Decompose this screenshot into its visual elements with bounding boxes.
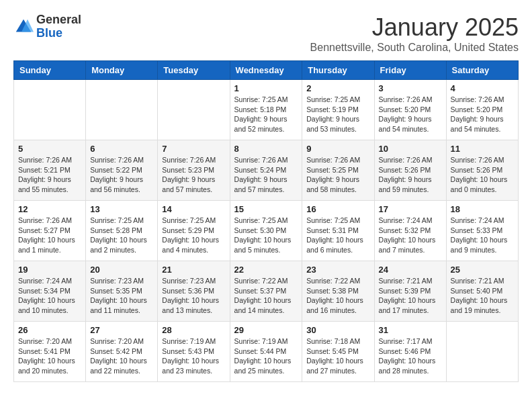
- calendar-cell: 17Sunrise: 7:24 AM Sunset: 5:32 PM Dayli…: [374, 201, 446, 261]
- calendar-cell: 15Sunrise: 7:25 AM Sunset: 5:30 PM Dayli…: [230, 201, 302, 261]
- logo-text: General Blue: [36, 13, 81, 40]
- logo-icon: [13, 17, 34, 37]
- day-info: Sunrise: 7:24 AM Sunset: 5:34 PM Dayligh…: [18, 276, 81, 316]
- calendar-cell: 8Sunrise: 7:26 AM Sunset: 5:24 PM Daylig…: [230, 140, 302, 201]
- calendar-cell: 29Sunrise: 7:19 AM Sunset: 5:44 PM Dayli…: [230, 322, 302, 382]
- day-info: Sunrise: 7:25 AM Sunset: 5:30 PM Dayligh…: [234, 216, 298, 255]
- logo: General Blue: [13, 13, 81, 40]
- calendar-cell: 5Sunrise: 7:26 AM Sunset: 5:21 PM Daylig…: [14, 140, 86, 201]
- day-info: Sunrise: 7:26 AM Sunset: 5:22 PM Dayligh…: [90, 155, 153, 195]
- day-info: Sunrise: 7:25 AM Sunset: 5:19 PM Dayligh…: [306, 95, 369, 134]
- day-number: 16: [306, 204, 369, 214]
- calendar-cell: 9Sunrise: 7:26 AM Sunset: 5:25 PM Daylig…: [302, 140, 374, 201]
- title-block: January 2025 Bennettsville, South Caroli…: [310, 13, 519, 54]
- day-number: 15: [234, 204, 298, 214]
- calendar-cell: 31Sunrise: 7:17 AM Sunset: 5:46 PM Dayli…: [374, 322, 446, 382]
- day-of-week-header: Saturday: [446, 61, 518, 80]
- calendar-cell: [86, 80, 158, 140]
- day-number: 1: [234, 83, 298, 93]
- calendar-cell: 21Sunrise: 7:23 AM Sunset: 5:36 PM Dayli…: [158, 261, 230, 322]
- calendar-cell: 18Sunrise: 7:24 AM Sunset: 5:33 PM Dayli…: [446, 201, 518, 261]
- month-title: January 2025: [310, 13, 519, 42]
- calendar-cell: 2Sunrise: 7:25 AM Sunset: 5:19 PM Daylig…: [302, 80, 374, 140]
- day-info: Sunrise: 7:26 AM Sunset: 5:24 PM Dayligh…: [234, 155, 298, 195]
- day-number: 30: [306, 325, 369, 335]
- calendar-table: SundayMondayTuesdayWednesdayThursdayFrid…: [13, 60, 519, 382]
- calendar-cell: 12Sunrise: 7:26 AM Sunset: 5:27 PM Dayli…: [14, 201, 86, 261]
- day-number: 5: [18, 144, 81, 154]
- day-number: 29: [234, 325, 298, 335]
- day-number: 26: [18, 325, 81, 335]
- calendar-cell: 28Sunrise: 7:19 AM Sunset: 5:43 PM Dayli…: [158, 322, 230, 382]
- logo-blue: Blue: [36, 27, 81, 40]
- calendar-cell: [14, 80, 86, 140]
- day-number: 13: [90, 204, 153, 214]
- calendar-week-row: 26Sunrise: 7:20 AM Sunset: 5:41 PM Dayli…: [14, 322, 519, 382]
- day-number: 23: [306, 265, 369, 275]
- logo-general: General: [36, 13, 81, 27]
- calendar-cell: 14Sunrise: 7:25 AM Sunset: 5:29 PM Dayli…: [158, 201, 230, 261]
- calendar-cell: 11Sunrise: 7:26 AM Sunset: 5:26 PM Dayli…: [446, 140, 518, 201]
- day-info: Sunrise: 7:19 AM Sunset: 5:43 PM Dayligh…: [162, 336, 225, 376]
- day-number: 27: [90, 325, 153, 335]
- day-info: Sunrise: 7:25 AM Sunset: 5:28 PM Dayligh…: [90, 216, 153, 255]
- day-info: Sunrise: 7:26 AM Sunset: 5:23 PM Dayligh…: [162, 155, 225, 195]
- day-number: 22: [234, 265, 298, 275]
- calendar-cell: 16Sunrise: 7:25 AM Sunset: 5:31 PM Dayli…: [302, 201, 374, 261]
- calendar-cell: 27Sunrise: 7:20 AM Sunset: 5:42 PM Dayli…: [86, 322, 158, 382]
- calendar-cell: 13Sunrise: 7:25 AM Sunset: 5:28 PM Dayli…: [86, 201, 158, 261]
- day-of-week-header: Thursday: [302, 61, 374, 80]
- day-info: Sunrise: 7:21 AM Sunset: 5:40 PM Dayligh…: [451, 276, 514, 316]
- day-info: Sunrise: 7:20 AM Sunset: 5:42 PM Dayligh…: [90, 336, 153, 376]
- day-number: 21: [162, 265, 225, 275]
- day-number: 25: [451, 265, 514, 275]
- day-info: Sunrise: 7:25 AM Sunset: 5:31 PM Dayligh…: [306, 216, 369, 255]
- calendar-week-row: 5Sunrise: 7:26 AM Sunset: 5:21 PM Daylig…: [14, 140, 519, 201]
- day-info: Sunrise: 7:18 AM Sunset: 5:45 PM Dayligh…: [306, 336, 369, 376]
- day-number: 20: [90, 265, 153, 275]
- day-info: Sunrise: 7:25 AM Sunset: 5:18 PM Dayligh…: [234, 95, 298, 134]
- day-info: Sunrise: 7:23 AM Sunset: 5:35 PM Dayligh…: [90, 276, 153, 316]
- calendar-cell: 7Sunrise: 7:26 AM Sunset: 5:23 PM Daylig…: [158, 140, 230, 201]
- day-number: 7: [162, 144, 225, 154]
- calendar-cell: 19Sunrise: 7:24 AM Sunset: 5:34 PM Dayli…: [14, 261, 86, 322]
- day-info: Sunrise: 7:26 AM Sunset: 5:25 PM Dayligh…: [306, 155, 369, 195]
- day-info: Sunrise: 7:26 AM Sunset: 5:20 PM Dayligh…: [451, 95, 514, 134]
- calendar-cell: 23Sunrise: 7:22 AM Sunset: 5:38 PM Dayli…: [302, 261, 374, 322]
- day-number: 14: [162, 204, 225, 214]
- day-info: Sunrise: 7:19 AM Sunset: 5:44 PM Dayligh…: [234, 336, 298, 376]
- day-number: 6: [90, 144, 153, 154]
- calendar-cell: [158, 80, 230, 140]
- day-info: Sunrise: 7:26 AM Sunset: 5:26 PM Dayligh…: [451, 155, 514, 195]
- day-number: 11: [451, 144, 514, 154]
- day-number: 8: [234, 144, 298, 154]
- calendar-cell: 25Sunrise: 7:21 AM Sunset: 5:40 PM Dayli…: [446, 261, 518, 322]
- calendar-cell: 20Sunrise: 7:23 AM Sunset: 5:35 PM Dayli…: [86, 261, 158, 322]
- day-number: 31: [379, 325, 442, 335]
- day-number: 24: [379, 265, 442, 275]
- day-info: Sunrise: 7:26 AM Sunset: 5:20 PM Dayligh…: [379, 95, 442, 134]
- calendar-cell: 4Sunrise: 7:26 AM Sunset: 5:20 PM Daylig…: [446, 80, 518, 140]
- calendar-header-row: SundayMondayTuesdayWednesdayThursdayFrid…: [14, 61, 519, 80]
- day-of-week-header: Wednesday: [230, 61, 302, 80]
- calendar-week-row: 19Sunrise: 7:24 AM Sunset: 5:34 PM Dayli…: [14, 261, 519, 322]
- day-number: 9: [306, 144, 369, 154]
- day-number: 4: [451, 83, 514, 93]
- day-info: Sunrise: 7:23 AM Sunset: 5:36 PM Dayligh…: [162, 276, 225, 316]
- day-number: 17: [379, 204, 442, 214]
- page-header: General Blue January 2025 Bennettsville,…: [13, 13, 519, 54]
- calendar-week-row: 12Sunrise: 7:26 AM Sunset: 5:27 PM Dayli…: [14, 201, 519, 261]
- day-of-week-header: Monday: [86, 61, 158, 80]
- calendar-week-row: 1Sunrise: 7:25 AM Sunset: 5:18 PM Daylig…: [14, 80, 519, 140]
- day-info: Sunrise: 7:25 AM Sunset: 5:29 PM Dayligh…: [162, 216, 225, 255]
- day-number: 28: [162, 325, 225, 335]
- day-info: Sunrise: 7:26 AM Sunset: 5:27 PM Dayligh…: [18, 216, 81, 255]
- calendar-cell: 3Sunrise: 7:26 AM Sunset: 5:20 PM Daylig…: [374, 80, 446, 140]
- day-number: 10: [379, 144, 442, 154]
- calendar-cell: 6Sunrise: 7:26 AM Sunset: 5:22 PM Daylig…: [86, 140, 158, 201]
- day-of-week-header: Friday: [374, 61, 446, 80]
- calendar-cell: 26Sunrise: 7:20 AM Sunset: 5:41 PM Dayli…: [14, 322, 86, 382]
- day-number: 3: [379, 83, 442, 93]
- day-number: 19: [18, 265, 81, 275]
- calendar-cell: 1Sunrise: 7:25 AM Sunset: 5:18 PM Daylig…: [230, 80, 302, 140]
